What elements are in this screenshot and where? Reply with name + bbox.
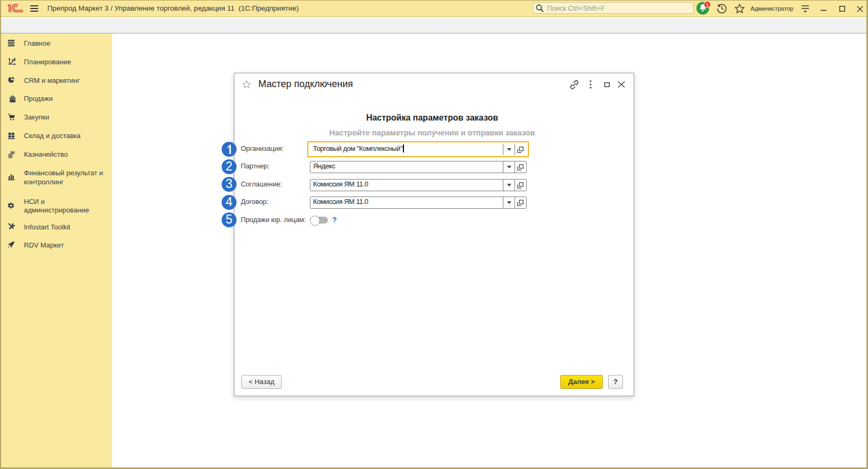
svg-text:1: 1	[706, 2, 709, 7]
